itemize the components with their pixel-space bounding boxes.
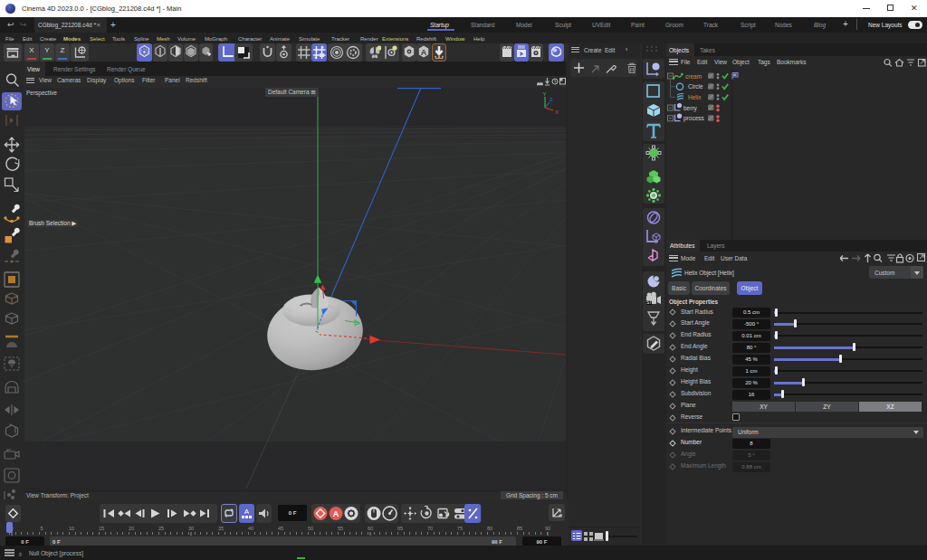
svg-text:45: 45: [278, 526, 283, 531]
svg-text:Y: Y: [543, 91, 547, 97]
svg-text:5: 5: [40, 526, 43, 531]
svg-text:35: 35: [218, 526, 224, 531]
svg-text:85: 85: [517, 526, 522, 531]
svg-text:A: A: [333, 509, 339, 518]
svg-text:cream: cream: [685, 73, 702, 80]
svg-text:process: process: [683, 115, 705, 122]
svg-text:20: 20: [129, 526, 134, 531]
svg-text:Helix: Helix: [688, 94, 702, 100]
svg-text:75: 75: [457, 526, 463, 531]
svg-text:ST: ST: [646, 300, 652, 305]
svg-text:90: 90: [545, 526, 550, 531]
svg-text:30: 30: [188, 526, 194, 531]
svg-text:15: 15: [99, 526, 104, 531]
svg-text:10: 10: [69, 526, 74, 531]
svg-text:65: 65: [397, 526, 403, 531]
svg-text:70: 70: [427, 526, 433, 531]
svg-text:A: A: [244, 508, 250, 516]
svg-text:A: A: [421, 48, 427, 57]
svg-text:berry: berry: [683, 105, 698, 112]
svg-text:25: 25: [158, 526, 164, 531]
svg-text:55: 55: [338, 526, 343, 531]
svg-text:40: 40: [248, 526, 253, 531]
svg-text:60: 60: [368, 526, 373, 531]
svg-text:X: X: [555, 109, 559, 115]
svg-text:80: 80: [487, 526, 492, 531]
svg-text:Circle: Circle: [688, 83, 703, 90]
svg-text:Z: Z: [550, 97, 553, 102]
svg-text:50: 50: [308, 526, 313, 531]
